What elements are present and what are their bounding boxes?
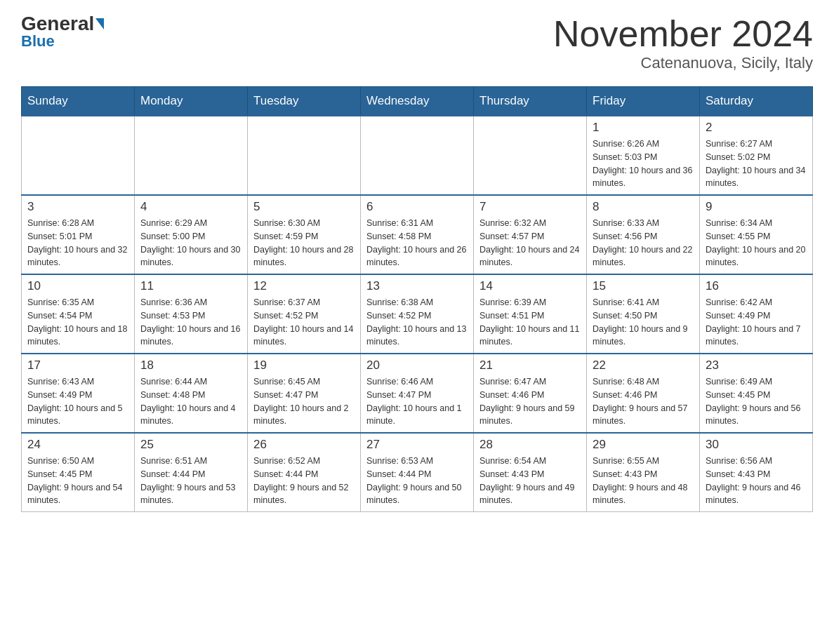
- calendar-cell: 29Sunrise: 6:55 AMSunset: 4:43 PMDayligh…: [587, 433, 700, 512]
- calendar-cell: 6Sunrise: 6:31 AMSunset: 4:58 PMDaylight…: [361, 195, 474, 274]
- day-info: Sunrise: 6:53 AMSunset: 4:44 PMDaylight:…: [366, 455, 468, 507]
- calendar-cell: 7Sunrise: 6:32 AMSunset: 4:57 PMDaylight…: [474, 195, 587, 274]
- day-info: Sunrise: 6:39 AMSunset: 4:51 PMDaylight:…: [479, 296, 581, 349]
- day-number: 25: [140, 438, 241, 452]
- logo-triangle-icon: [95, 18, 104, 29]
- calendar-cell: 2Sunrise: 6:27 AMSunset: 5:02 PMDaylight…: [700, 116, 813, 195]
- day-number: 21: [479, 358, 581, 373]
- day-number: 14: [479, 279, 581, 293]
- calendar-cell: [361, 116, 474, 195]
- day-info: Sunrise: 6:30 AMSunset: 4:59 PMDaylight:…: [253, 217, 355, 269]
- weekday-header-sunday: Sunday: [22, 87, 135, 116]
- day-info: Sunrise: 6:33 AMSunset: 4:56 PMDaylight:…: [593, 217, 694, 269]
- weekday-header-friday: Friday: [587, 87, 700, 116]
- day-number: 29: [593, 438, 694, 452]
- calendar-cell: 27Sunrise: 6:53 AMSunset: 4:44 PMDayligh…: [361, 433, 474, 512]
- calendar-cell: 25Sunrise: 6:51 AMSunset: 4:44 PMDayligh…: [135, 433, 248, 512]
- calendar-cell: 21Sunrise: 6:47 AMSunset: 4:46 PMDayligh…: [474, 354, 587, 433]
- calendar-cell: [474, 116, 587, 195]
- calendar-cell: 9Sunrise: 6:34 AMSunset: 4:55 PMDaylight…: [700, 195, 813, 274]
- day-number: 5: [253, 200, 355, 214]
- day-info: Sunrise: 6:51 AMSunset: 4:44 PMDaylight:…: [140, 455, 241, 507]
- logo-text-blue: Blue: [21, 32, 55, 51]
- day-number: 3: [27, 200, 128, 214]
- calendar-cell: 26Sunrise: 6:52 AMSunset: 4:44 PMDayligh…: [248, 433, 361, 512]
- calendar-week-row: 24Sunrise: 6:50 AMSunset: 4:45 PMDayligh…: [22, 433, 813, 512]
- weekday-header-monday: Monday: [135, 87, 248, 116]
- weekday-header-tuesday: Tuesday: [248, 87, 361, 116]
- day-info: Sunrise: 6:37 AMSunset: 4:52 PMDaylight:…: [253, 296, 355, 349]
- day-number: 16: [706, 279, 807, 293]
- day-number: 7: [479, 200, 581, 214]
- day-info: Sunrise: 6:47 AMSunset: 4:46 PMDaylight:…: [479, 375, 581, 428]
- day-info: Sunrise: 6:44 AMSunset: 4:48 PMDaylight:…: [140, 375, 241, 428]
- day-info: Sunrise: 6:50 AMSunset: 4:45 PMDaylight:…: [27, 455, 128, 507]
- day-info: Sunrise: 6:46 AMSunset: 4:47 PMDaylight:…: [366, 375, 468, 428]
- day-number: 8: [593, 200, 694, 214]
- calendar-cell: [135, 116, 248, 195]
- day-info: Sunrise: 6:48 AMSunset: 4:46 PMDaylight:…: [593, 375, 694, 428]
- day-info: Sunrise: 6:45 AMSunset: 4:47 PMDaylight:…: [253, 375, 355, 428]
- day-number: 20: [366, 358, 468, 373]
- weekday-header-wednesday: Wednesday: [361, 87, 474, 116]
- day-info: Sunrise: 6:49 AMSunset: 4:45 PMDaylight:…: [706, 375, 807, 428]
- calendar-week-row: 3Sunrise: 6:28 AMSunset: 5:01 PMDaylight…: [22, 195, 813, 274]
- day-number: 22: [593, 358, 694, 373]
- day-number: 30: [706, 438, 807, 452]
- calendar-cell: 20Sunrise: 6:46 AMSunset: 4:47 PMDayligh…: [361, 354, 474, 433]
- calendar-cell: 24Sunrise: 6:50 AMSunset: 4:45 PMDayligh…: [22, 433, 135, 512]
- day-info: Sunrise: 6:26 AMSunset: 5:03 PMDaylight:…: [593, 137, 694, 190]
- calendar-week-row: 17Sunrise: 6:43 AMSunset: 4:49 PMDayligh…: [22, 354, 813, 433]
- day-number: 18: [140, 358, 241, 373]
- calendar-cell: 12Sunrise: 6:37 AMSunset: 4:52 PMDayligh…: [248, 274, 361, 354]
- day-info: Sunrise: 6:56 AMSunset: 4:43 PMDaylight:…: [706, 455, 807, 507]
- day-info: Sunrise: 6:43 AMSunset: 4:49 PMDaylight:…: [27, 375, 128, 428]
- calendar-cell: 1Sunrise: 6:26 AMSunset: 5:03 PMDaylight…: [587, 116, 700, 195]
- weekday-header-thursday: Thursday: [474, 87, 587, 116]
- day-number: 15: [593, 279, 694, 293]
- day-info: Sunrise: 6:34 AMSunset: 4:55 PMDaylight:…: [706, 217, 807, 269]
- location-title: Catenanuova, Sicily, Italy: [553, 54, 813, 72]
- calendar-cell: 30Sunrise: 6:56 AMSunset: 4:43 PMDayligh…: [700, 433, 813, 512]
- calendar-cell: 18Sunrise: 6:44 AMSunset: 4:48 PMDayligh…: [135, 354, 248, 433]
- day-number: 24: [27, 438, 128, 452]
- day-info: Sunrise: 6:32 AMSunset: 4:57 PMDaylight:…: [479, 217, 581, 269]
- day-info: Sunrise: 6:52 AMSunset: 4:44 PMDaylight:…: [253, 455, 355, 507]
- calendar-cell: 10Sunrise: 6:35 AMSunset: 4:54 PMDayligh…: [22, 274, 135, 354]
- calendar-cell: 14Sunrise: 6:39 AMSunset: 4:51 PMDayligh…: [474, 274, 587, 354]
- page-header: General Blue November 2024 Catenanuova, …: [21, 14, 813, 72]
- day-info: Sunrise: 6:36 AMSunset: 4:53 PMDaylight:…: [140, 296, 241, 349]
- day-number: 27: [366, 438, 468, 452]
- calendar-cell: 11Sunrise: 6:36 AMSunset: 4:53 PMDayligh…: [135, 274, 248, 354]
- day-info: Sunrise: 6:55 AMSunset: 4:43 PMDaylight:…: [593, 455, 694, 507]
- calendar-table: SundayMondayTuesdayWednesdayThursdayFrid…: [21, 86, 813, 512]
- calendar-cell: 13Sunrise: 6:38 AMSunset: 4:52 PMDayligh…: [361, 274, 474, 354]
- calendar-cell: 22Sunrise: 6:48 AMSunset: 4:46 PMDayligh…: [587, 354, 700, 433]
- day-number: 11: [140, 279, 241, 293]
- day-number: 2: [706, 121, 807, 135]
- month-title: November 2024: [553, 14, 813, 54]
- calendar-cell: 15Sunrise: 6:41 AMSunset: 4:50 PMDayligh…: [587, 274, 700, 354]
- day-number: 12: [253, 279, 355, 293]
- day-info: Sunrise: 6:27 AMSunset: 5:02 PMDaylight:…: [706, 137, 807, 190]
- calendar-week-row: 10Sunrise: 6:35 AMSunset: 4:54 PMDayligh…: [22, 274, 813, 354]
- day-number: 26: [253, 438, 355, 452]
- calendar-cell: 5Sunrise: 6:30 AMSunset: 4:59 PMDaylight…: [248, 195, 361, 274]
- day-number: 23: [706, 358, 807, 373]
- calendar-cell: 17Sunrise: 6:43 AMSunset: 4:49 PMDayligh…: [22, 354, 135, 433]
- calendar-cell: 23Sunrise: 6:49 AMSunset: 4:45 PMDayligh…: [700, 354, 813, 433]
- day-info: Sunrise: 6:41 AMSunset: 4:50 PMDaylight:…: [593, 296, 694, 349]
- calendar-cell: 8Sunrise: 6:33 AMSunset: 4:56 PMDaylight…: [587, 195, 700, 274]
- calendar-cell: [22, 116, 135, 195]
- day-number: 9: [706, 200, 807, 214]
- calendar-cell: 16Sunrise: 6:42 AMSunset: 4:49 PMDayligh…: [700, 274, 813, 354]
- day-info: Sunrise: 6:35 AMSunset: 4:54 PMDaylight:…: [27, 296, 128, 349]
- day-info: Sunrise: 6:54 AMSunset: 4:43 PMDaylight:…: [479, 455, 581, 507]
- day-info: Sunrise: 6:38 AMSunset: 4:52 PMDaylight:…: [366, 296, 468, 349]
- day-number: 17: [27, 358, 128, 373]
- day-number: 6: [366, 200, 468, 214]
- calendar-cell: [248, 116, 361, 195]
- logo-general: General: [21, 14, 104, 34]
- day-number: 28: [479, 438, 581, 452]
- calendar-header-row: SundayMondayTuesdayWednesdayThursdayFrid…: [22, 87, 813, 116]
